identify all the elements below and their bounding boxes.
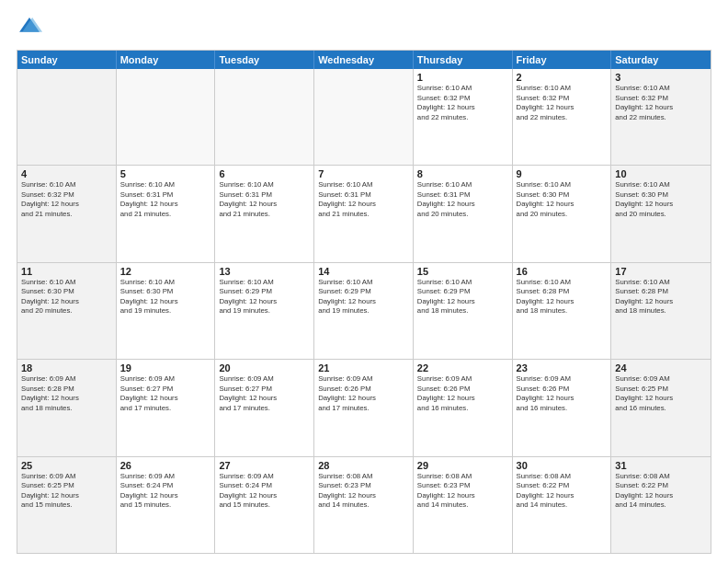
day-cell-18: 18Sunrise: 6:09 AMSunset: 6:28 PMDayligh… xyxy=(17,360,117,455)
day-cell-6: 6Sunrise: 6:10 AMSunset: 6:31 PMDaylight… xyxy=(215,166,314,261)
empty-cell xyxy=(314,69,414,165)
day-number: 29 xyxy=(417,460,508,471)
day-cell-7: 7Sunrise: 6:10 AMSunset: 6:31 PMDaylight… xyxy=(314,166,414,261)
day-cell-26: 26Sunrise: 6:09 AMSunset: 6:24 PMDayligh… xyxy=(117,457,216,553)
day-cell-13: 13Sunrise: 6:10 AMSunset: 6:29 PMDayligh… xyxy=(215,263,314,359)
page-header xyxy=(17,15,711,40)
day-number: 20 xyxy=(219,362,310,373)
logo-icon xyxy=(17,15,42,40)
day-cell-5: 5Sunrise: 6:10 AMSunset: 6:31 PMDaylight… xyxy=(117,166,216,261)
cell-info: Sunrise: 6:10 AMSunset: 6:30 PMDaylight:… xyxy=(517,180,608,219)
day-number: 10 xyxy=(615,168,707,179)
day-number: 1 xyxy=(417,72,508,83)
cell-info: Sunrise: 6:10 AMSunset: 6:31 PMDaylight:… xyxy=(120,180,211,219)
day-cell-8: 8Sunrise: 6:10 AMSunset: 6:31 PMDaylight… xyxy=(414,166,513,261)
day-number: 23 xyxy=(517,362,608,373)
day-number: 2 xyxy=(517,72,608,83)
day-number: 18 xyxy=(21,362,112,373)
day-number: 24 xyxy=(615,362,707,373)
day-number: 9 xyxy=(517,168,608,179)
day-number: 17 xyxy=(615,266,707,277)
cell-info: Sunrise: 6:10 AMSunset: 6:32 PMDaylight:… xyxy=(21,180,112,219)
day-number: 12 xyxy=(120,266,211,277)
cell-info: Sunrise: 6:08 AMSunset: 6:23 PMDaylight:… xyxy=(417,472,508,511)
day-number: 28 xyxy=(318,460,409,471)
day-number: 30 xyxy=(517,460,608,471)
cell-info: Sunrise: 6:10 AMSunset: 6:30 PMDaylight:… xyxy=(120,278,211,316)
calendar-body: 1Sunrise: 6:10 AMSunset: 6:32 PMDaylight… xyxy=(17,69,711,553)
day-cell-16: 16Sunrise: 6:10 AMSunset: 6:28 PMDayligh… xyxy=(513,263,612,359)
weekday-header-tuesday: Tuesday xyxy=(215,51,314,69)
cell-info: Sunrise: 6:10 AMSunset: 6:31 PMDaylight:… xyxy=(219,180,310,219)
day-cell-11: 11Sunrise: 6:10 AMSunset: 6:30 PMDayligh… xyxy=(17,263,117,359)
day-number: 7 xyxy=(318,168,409,179)
day-number: 11 xyxy=(21,266,112,277)
day-cell-1: 1Sunrise: 6:10 AMSunset: 6:32 PMDaylight… xyxy=(414,69,513,165)
weekday-header-saturday: Saturday xyxy=(611,51,711,69)
cell-info: Sunrise: 6:09 AMSunset: 6:25 PMDaylight:… xyxy=(21,472,112,511)
day-cell-25: 25Sunrise: 6:09 AMSunset: 6:25 PMDayligh… xyxy=(17,457,117,553)
day-cell-22: 22Sunrise: 6:09 AMSunset: 6:26 PMDayligh… xyxy=(414,360,513,455)
day-cell-12: 12Sunrise: 6:10 AMSunset: 6:30 PMDayligh… xyxy=(117,263,216,359)
calendar-row-3: 11Sunrise: 6:10 AMSunset: 6:30 PMDayligh… xyxy=(17,262,711,359)
empty-cell xyxy=(215,69,314,165)
day-cell-23: 23Sunrise: 6:09 AMSunset: 6:26 PMDayligh… xyxy=(513,360,612,455)
calendar-row-1: 1Sunrise: 6:10 AMSunset: 6:32 PMDaylight… xyxy=(17,69,711,165)
day-cell-9: 9Sunrise: 6:10 AMSunset: 6:30 PMDaylight… xyxy=(513,166,612,261)
day-cell-31: 31Sunrise: 6:08 AMSunset: 6:22 PMDayligh… xyxy=(611,457,711,553)
day-cell-29: 29Sunrise: 6:08 AMSunset: 6:23 PMDayligh… xyxy=(414,457,513,553)
day-number: 26 xyxy=(120,460,211,471)
calendar-row-5: 25Sunrise: 6:09 AMSunset: 6:25 PMDayligh… xyxy=(17,456,711,553)
day-cell-17: 17Sunrise: 6:10 AMSunset: 6:28 PMDayligh… xyxy=(611,263,711,359)
calendar-row-4: 18Sunrise: 6:09 AMSunset: 6:28 PMDayligh… xyxy=(17,359,711,455)
day-cell-30: 30Sunrise: 6:08 AMSunset: 6:22 PMDayligh… xyxy=(513,457,612,553)
day-number: 31 xyxy=(615,460,707,471)
empty-cell xyxy=(117,69,216,165)
cell-info: Sunrise: 6:10 AMSunset: 6:30 PMDaylight:… xyxy=(21,278,112,316)
cell-info: Sunrise: 6:09 AMSunset: 6:26 PMDaylight:… xyxy=(318,374,409,413)
cell-info: Sunrise: 6:10 AMSunset: 6:29 PMDaylight:… xyxy=(318,278,409,316)
day-cell-21: 21Sunrise: 6:09 AMSunset: 6:26 PMDayligh… xyxy=(314,360,414,455)
day-number: 21 xyxy=(318,362,409,373)
cell-info: Sunrise: 6:10 AMSunset: 6:32 PMDaylight:… xyxy=(615,84,707,122)
cell-info: Sunrise: 6:09 AMSunset: 6:24 PMDaylight:… xyxy=(219,472,310,511)
day-cell-2: 2Sunrise: 6:10 AMSunset: 6:32 PMDaylight… xyxy=(513,69,612,165)
cell-info: Sunrise: 6:08 AMSunset: 6:22 PMDaylight:… xyxy=(615,472,707,511)
cell-info: Sunrise: 6:09 AMSunset: 6:27 PMDaylight:… xyxy=(219,374,310,413)
cell-info: Sunrise: 6:09 AMSunset: 6:27 PMDaylight:… xyxy=(120,374,211,413)
day-cell-15: 15Sunrise: 6:10 AMSunset: 6:29 PMDayligh… xyxy=(414,263,513,359)
cell-info: Sunrise: 6:10 AMSunset: 6:28 PMDaylight:… xyxy=(615,278,707,316)
weekday-header-thursday: Thursday xyxy=(414,51,513,69)
weekday-header-wednesday: Wednesday xyxy=(314,51,414,69)
cell-info: Sunrise: 6:10 AMSunset: 6:32 PMDaylight:… xyxy=(517,84,608,122)
cell-info: Sunrise: 6:10 AMSunset: 6:31 PMDaylight:… xyxy=(318,180,409,219)
day-cell-3: 3Sunrise: 6:10 AMSunset: 6:32 PMDaylight… xyxy=(611,69,711,165)
cell-info: Sunrise: 6:10 AMSunset: 6:31 PMDaylight:… xyxy=(417,180,508,219)
day-cell-27: 27Sunrise: 6:09 AMSunset: 6:24 PMDayligh… xyxy=(215,457,314,553)
day-number: 14 xyxy=(318,266,409,277)
day-number: 27 xyxy=(219,460,310,471)
day-cell-24: 24Sunrise: 6:09 AMSunset: 6:25 PMDayligh… xyxy=(611,360,711,455)
day-number: 3 xyxy=(615,72,707,83)
logo xyxy=(17,15,46,40)
day-number: 5 xyxy=(120,168,211,179)
empty-cell xyxy=(17,69,117,165)
calendar: SundayMondayTuesdayWednesdayThursdayFrid… xyxy=(17,50,711,554)
day-number: 4 xyxy=(21,168,112,179)
weekday-header-sunday: Sunday xyxy=(17,51,117,69)
calendar-header: SundayMondayTuesdayWednesdayThursdayFrid… xyxy=(17,51,711,69)
cell-info: Sunrise: 6:09 AMSunset: 6:28 PMDaylight:… xyxy=(21,374,112,413)
weekday-header-friday: Friday xyxy=(513,51,612,69)
cell-info: Sunrise: 6:08 AMSunset: 6:22 PMDaylight:… xyxy=(517,472,608,511)
cell-info: Sunrise: 6:10 AMSunset: 6:32 PMDaylight:… xyxy=(417,84,508,122)
day-number: 25 xyxy=(21,460,112,471)
day-number: 22 xyxy=(417,362,508,373)
cell-info: Sunrise: 6:10 AMSunset: 6:29 PMDaylight:… xyxy=(417,278,508,316)
cell-info: Sunrise: 6:09 AMSunset: 6:25 PMDaylight:… xyxy=(615,374,707,413)
day-number: 15 xyxy=(417,266,508,277)
day-cell-20: 20Sunrise: 6:09 AMSunset: 6:27 PMDayligh… xyxy=(215,360,314,455)
cell-info: Sunrise: 6:10 AMSunset: 6:30 PMDaylight:… xyxy=(615,180,707,219)
calendar-page: SundayMondayTuesdayWednesdayThursdayFrid… xyxy=(0,0,728,563)
cell-info: Sunrise: 6:10 AMSunset: 6:29 PMDaylight:… xyxy=(219,278,310,316)
cell-info: Sunrise: 6:09 AMSunset: 6:26 PMDaylight:… xyxy=(517,374,608,413)
